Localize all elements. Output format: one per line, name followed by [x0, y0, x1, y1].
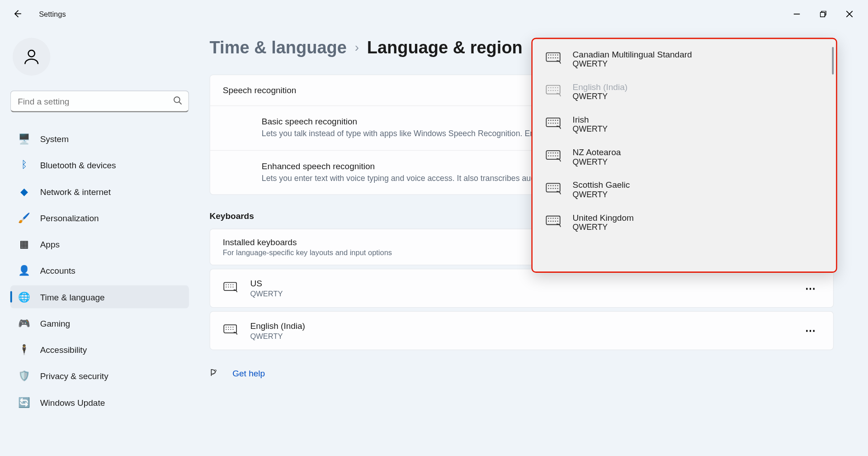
search-wrap — [10, 90, 189, 112]
svg-point-82 — [557, 218, 558, 218]
svg-point-63 — [552, 155, 553, 156]
window-controls — [783, 5, 863, 23]
sidebar-item-label: Personalization — [40, 213, 99, 223]
avatar[interactable] — [13, 38, 51, 76]
svg-point-58 — [552, 152, 553, 153]
sidebar-item-accessibility[interactable]: 🕴️Accessibility — [10, 338, 189, 361]
svg-point-70 — [555, 185, 556, 186]
svg-point-13 — [226, 327, 226, 328]
sidebar-item-time-language[interactable]: 🌐Time & language — [10, 285, 189, 309]
svg-point-69 — [552, 185, 553, 186]
flyout-item-name: United Kingdom — [573, 213, 634, 223]
sidebar-item-windows-update[interactable]: 🔄Windows Update — [10, 391, 189, 414]
flyout-item[interactable]: Scottish GaelicQWERTY — [536, 173, 833, 206]
sidebar-item-gaming[interactable]: 🎮Gaming — [10, 312, 189, 335]
svg-point-56 — [548, 152, 549, 153]
svg-rect-0 — [820, 12, 825, 17]
svg-point-59 — [555, 152, 556, 153]
minimize-button[interactable] — [783, 5, 810, 23]
back-button[interactable] — [6, 2, 29, 25]
svg-point-27 — [557, 54, 558, 55]
flyout-item-type: QWERTY — [573, 222, 634, 231]
minimize-icon — [793, 10, 800, 17]
svg-point-36 — [552, 87, 553, 88]
flyout-item-type: QWERTY — [573, 157, 621, 166]
chevron-right-icon: › — [355, 40, 359, 55]
sidebar: 🖥️System ᛒBluetooth & devices ◆Network &… — [0, 28, 199, 456]
bluetooth-icon: ᛒ — [19, 159, 30, 171]
person-icon — [22, 47, 41, 66]
flyout-item[interactable]: United KingdomQWERTY — [536, 206, 833, 238]
svg-point-17 — [226, 329, 226, 330]
sidebar-item-label: Gaming — [40, 318, 71, 328]
sidebar-item-apps[interactable]: ▦Apps — [10, 233, 189, 256]
svg-point-87 — [557, 220, 558, 221]
flyout-item[interactable]: NZ AotearoaQWERTY — [536, 140, 833, 173]
svg-point-47 — [552, 119, 553, 120]
sidebar-item-bluetooth[interactable]: ᛒBluetooth & devices — [10, 153, 189, 176]
flyout-scrollbar[interactable] — [832, 47, 834, 75]
search-input[interactable] — [10, 90, 189, 112]
sidebar-item-accounts[interactable]: 👤Accounts — [10, 259, 189, 282]
svg-point-65 — [557, 155, 558, 156]
window-title: Settings — [39, 10, 66, 18]
svg-point-78 — [548, 218, 549, 218]
svg-point-54 — [557, 123, 558, 124]
more-button[interactable]: ⋯ — [801, 279, 821, 298]
maximize-button[interactable] — [810, 5, 836, 23]
sidebar-item-system[interactable]: 🖥️System — [10, 127, 189, 150]
flyout-item-name: Scottish Gaelic — [573, 180, 630, 190]
svg-point-25 — [552, 54, 553, 55]
svg-point-38 — [557, 87, 558, 88]
keyboard-type: QWERTY — [250, 332, 305, 341]
svg-point-81 — [555, 218, 556, 218]
help-row: ? Get help — [210, 367, 834, 379]
flyout-item-type: QWERTY — [573, 124, 608, 133]
keyboard-icon — [545, 117, 562, 132]
sidebar-item-network[interactable]: ◆Network & internet — [10, 180, 189, 203]
svg-point-61 — [548, 155, 549, 156]
keyboard-icon — [545, 84, 562, 99]
breadcrumb-parent[interactable]: Time & language — [210, 38, 347, 57]
flyout-item-name: NZ Aotearoa — [573, 147, 621, 157]
svg-point-35 — [550, 87, 551, 88]
keyboard-item[interactable]: US QWERTY ⋯ — [210, 269, 834, 308]
arrow-left-icon — [13, 9, 22, 18]
svg-point-10 — [230, 287, 231, 288]
keyboard-icon — [545, 182, 562, 197]
page-title: Language & region — [367, 38, 523, 57]
svg-rect-55 — [546, 150, 560, 159]
svg-point-75 — [555, 188, 556, 189]
svg-point-4 — [226, 285, 226, 285]
flyout-list[interactable]: Canadian Multilingual StandardQWERTY Eng… — [533, 39, 836, 271]
sidebar-item-label: Accounts — [40, 266, 75, 276]
flyout-item-name: Canadian Multilingual Standard — [573, 49, 692, 59]
svg-point-28 — [548, 57, 549, 58]
svg-point-32 — [557, 57, 558, 58]
more-button[interactable]: ⋯ — [801, 321, 821, 341]
titlebar: Settings — [0, 0, 868, 28]
svg-point-14 — [228, 327, 229, 328]
flyout-item: English (India)QWERTY — [536, 75, 833, 108]
globe-clock-icon: 🌐 — [19, 291, 30, 302]
paintbrush-icon: 🖌️ — [19, 212, 30, 223]
accessibility-icon: 🕴️ — [19, 344, 30, 355]
flyout-item[interactable]: IrishQWERTY — [536, 108, 833, 140]
svg-point-73 — [550, 188, 551, 189]
svg-point-11 — [232, 287, 233, 288]
svg-rect-3 — [224, 283, 236, 291]
get-help-link[interactable]: Get help — [232, 368, 265, 378]
sidebar-item-personalization[interactable]: 🖌️Personalization — [10, 206, 189, 229]
help-icon: ? — [210, 367, 221, 379]
flyout-item-type: QWERTY — [573, 59, 692, 68]
svg-point-76 — [557, 188, 558, 189]
keyboard-icon — [545, 149, 562, 164]
close-button[interactable] — [836, 5, 862, 23]
flyout-item[interactable]: Canadian Multilingual StandardQWERTY — [536, 43, 833, 75]
keyboard-icon — [223, 324, 239, 337]
flyout-item-name: English (India) — [573, 82, 627, 92]
sidebar-item-privacy[interactable]: 🛡️Privacy & security — [10, 365, 189, 388]
keyboard-item[interactable]: English (India) QWERTY ⋯ — [210, 311, 834, 350]
svg-point-19 — [230, 329, 231, 330]
wifi-icon: ◆ — [19, 185, 30, 197]
